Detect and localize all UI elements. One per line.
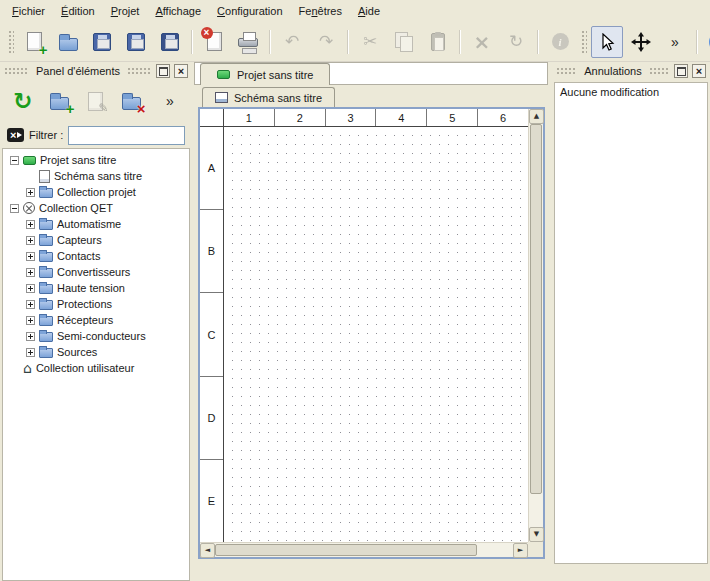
toolbar-separator (537, 30, 539, 54)
undo-button[interactable] (276, 26, 308, 58)
scroll-up-button[interactable] (529, 109, 544, 124)
expand-expander-icon[interactable] (26, 332, 35, 341)
panel-toolbar-overflow-button[interactable]: » (154, 85, 186, 117)
save-button[interactable] (86, 26, 118, 58)
new-category-button[interactable] (41, 83, 77, 119)
tree-item-protections[interactable]: Protections (3, 296, 189, 312)
open-project-button[interactable] (52, 26, 84, 58)
close-panel-button[interactable] (174, 64, 188, 78)
about-info-button[interactable] (703, 26, 710, 58)
dock-grip[interactable] (4, 67, 29, 76)
reload-collections-button[interactable] (5, 83, 41, 119)
tree-item-semi-conducteurs[interactable]: Semi-conducteurs (3, 328, 189, 344)
close-file-button[interactable] (198, 26, 230, 58)
select-tool-button[interactable] (591, 26, 623, 58)
menu-fenetres[interactable]: Fenêtres (291, 1, 350, 21)
tab-schema-sans-titre[interactable]: Schéma sans titre (202, 87, 335, 107)
element-info-button[interactable] (544, 26, 576, 58)
menu-configuration[interactable]: Configuration (209, 1, 290, 21)
expand-expander-icon[interactable] (26, 348, 35, 357)
tree-item-recepteurs[interactable]: Récepteurs (3, 312, 189, 328)
tree-item-label: Collection QET (39, 202, 113, 214)
diagram-canvas[interactable] (225, 128, 528, 542)
vertical-scrollbar[interactable] (528, 109, 543, 542)
horizontal-scrollbar-thumb[interactable] (215, 544, 477, 556)
clear-filter-icon[interactable] (7, 128, 24, 142)
menu-aide[interactable]: Aide (350, 1, 388, 21)
dock-grip[interactable] (649, 67, 670, 76)
ruler-row-label: A (200, 127, 223, 210)
expand-expander-icon[interactable] (26, 252, 35, 261)
toolbar-grip-handle[interactable] (7, 29, 14, 55)
project-tab-label: Projet sans titre (237, 69, 313, 81)
tree-item-sources[interactable]: Sources (3, 344, 189, 360)
tree-item-convertisseurs[interactable]: Convertisseurs (3, 264, 189, 280)
rotate-button[interactable] (500, 26, 532, 58)
save-icon (93, 33, 111, 51)
float-panel-button[interactable] (156, 64, 170, 78)
delete-button[interactable] (466, 26, 498, 58)
ruler-column-label: 2 (275, 109, 326, 126)
tree-item-collection-utilisateur[interactable]: Collection utilisateur (3, 360, 189, 376)
expand-expander-icon[interactable] (26, 188, 35, 197)
tree-item-projet-sans-titre[interactable]: Projet sans titre (3, 152, 189, 168)
undo-history-list[interactable]: Aucune modification (554, 82, 708, 564)
diagram-window: 1 2 3 4 5 6 A B C D E (198, 107, 545, 559)
new-document-button[interactable] (18, 26, 50, 58)
toolbar-overflow-button[interactable]: » (659, 26, 691, 58)
tree-item-collection-qet[interactable]: Collection QET (3, 200, 189, 216)
project-tab-bar: Projet sans titre (194, 62, 548, 85)
expand-expander-icon[interactable] (26, 300, 35, 309)
elements-panel-titlebar[interactable]: Panel d'éléments (0, 62, 192, 80)
toolbar-grip-handle[interactable] (580, 29, 587, 55)
edit-element-button[interactable] (77, 83, 113, 119)
tab-projet-sans-titre[interactable]: Projet sans titre (200, 63, 330, 85)
float-panel-button[interactable] (674, 64, 688, 78)
undo-panel-titlebar[interactable]: Annulations (552, 62, 710, 80)
menu-affichage[interactable]: Affichage (147, 1, 209, 21)
tree-item-haute-tension[interactable]: Haute tension (3, 280, 189, 296)
horizontal-scrollbar[interactable] (200, 542, 528, 557)
cut-button[interactable] (354, 26, 386, 58)
tree-item-schema-sans-titre[interactable]: Schéma sans titre (3, 168, 189, 184)
tree-item-contacts[interactable]: Contacts (3, 248, 189, 264)
ruler-row-label: B (200, 210, 223, 293)
vertical-scrollbar-thumb[interactable] (530, 124, 542, 494)
filter-row: Filtrer : (0, 122, 192, 148)
scroll-right-button[interactable] (513, 543, 528, 558)
save-as-button[interactable] (120, 26, 152, 58)
folder-icon (39, 220, 53, 230)
tree-item-label: Automatisme (57, 218, 121, 230)
new-document-icon (27, 32, 42, 51)
copy-button[interactable] (388, 26, 420, 58)
delete-category-button[interactable] (113, 83, 149, 119)
menu-projet[interactable]: Projet (103, 1, 148, 21)
expand-expander-icon[interactable] (26, 284, 35, 293)
collapse-expander-icon[interactable] (10, 156, 19, 165)
tree-item-capteurs[interactable]: Capteurs (3, 232, 189, 248)
tree-item-collection-projet[interactable]: Collection projet (3, 184, 189, 200)
dock-grip[interactable] (556, 67, 577, 76)
scroll-left-button[interactable] (200, 543, 215, 558)
scrollbar-corner (528, 542, 543, 557)
tree-item-label: Sources (57, 346, 97, 358)
filter-input[interactable] (68, 126, 185, 145)
collections-tree: Projet sans titre Schéma sans titre Coll… (2, 148, 190, 581)
paste-button[interactable] (422, 26, 454, 58)
expand-expander-icon[interactable] (26, 268, 35, 277)
pan-tool-button[interactable] (625, 26, 657, 58)
dock-grip[interactable] (127, 67, 152, 76)
scroll-down-button[interactable] (529, 527, 544, 542)
redo-button[interactable] (310, 26, 342, 58)
menu-fichier[interactable]: Fichier (4, 1, 53, 21)
expand-expander-icon[interactable] (26, 236, 35, 245)
expand-expander-icon[interactable] (26, 220, 35, 229)
collapse-expander-icon[interactable] (10, 204, 19, 213)
expand-expander-icon[interactable] (26, 316, 35, 325)
menu-edition[interactable]: Édition (53, 1, 103, 21)
tree-item-label: Projet sans titre (40, 154, 116, 166)
close-panel-button[interactable] (692, 64, 706, 78)
tree-item-automatisme[interactable]: Automatisme (3, 216, 189, 232)
save-all-button[interactable] (154, 26, 186, 58)
print-button[interactable] (232, 26, 264, 58)
